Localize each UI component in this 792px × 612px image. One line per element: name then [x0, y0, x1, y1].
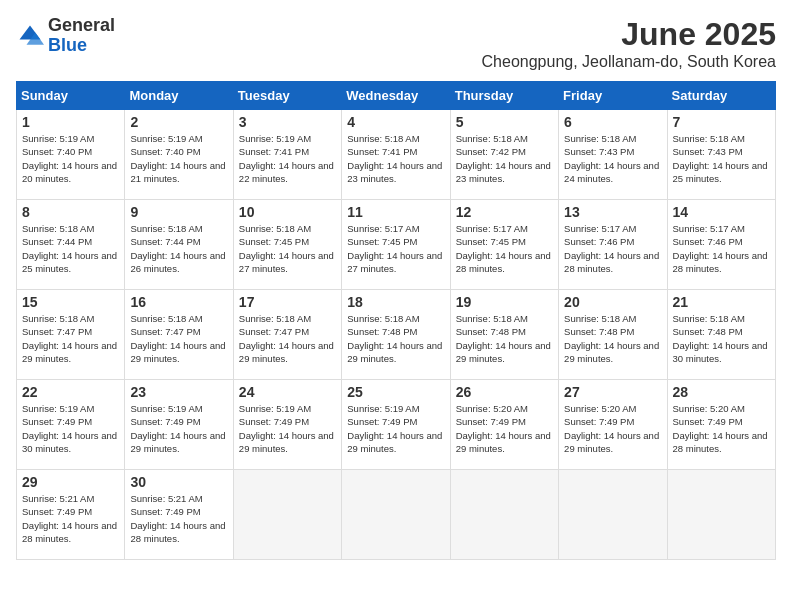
day-info: Sunrise: 5:20 AM Sunset: 7:49 PM Dayligh… — [564, 402, 661, 455]
calendar-cell: 19 Sunrise: 5:18 AM Sunset: 7:48 PM Dayl… — [450, 290, 558, 380]
calendar-cell: 22 Sunrise: 5:19 AM Sunset: 7:49 PM Dayl… — [17, 380, 125, 470]
calendar-cell — [667, 470, 775, 560]
calendar-cell — [559, 470, 667, 560]
day-number: 13 — [564, 204, 661, 220]
weekday-header-sunday: Sunday — [17, 82, 125, 110]
day-info: Sunrise: 5:20 AM Sunset: 7:49 PM Dayligh… — [456, 402, 553, 455]
day-info: Sunrise: 5:18 AM Sunset: 7:47 PM Dayligh… — [130, 312, 227, 365]
calendar-cell: 14 Sunrise: 5:17 AM Sunset: 7:46 PM Dayl… — [667, 200, 775, 290]
day-number: 10 — [239, 204, 336, 220]
day-number: 20 — [564, 294, 661, 310]
day-info: Sunrise: 5:19 AM Sunset: 7:49 PM Dayligh… — [239, 402, 336, 455]
calendar-cell: 18 Sunrise: 5:18 AM Sunset: 7:48 PM Dayl… — [342, 290, 450, 380]
day-number: 25 — [347, 384, 444, 400]
day-number: 17 — [239, 294, 336, 310]
day-number: 30 — [130, 474, 227, 490]
calendar-cell: 17 Sunrise: 5:18 AM Sunset: 7:47 PM Dayl… — [233, 290, 341, 380]
day-number: 4 — [347, 114, 444, 130]
day-info: Sunrise: 5:21 AM Sunset: 7:49 PM Dayligh… — [130, 492, 227, 545]
day-info: Sunrise: 5:18 AM Sunset: 7:42 PM Dayligh… — [456, 132, 553, 185]
calendar-cell: 30 Sunrise: 5:21 AM Sunset: 7:49 PM Dayl… — [125, 470, 233, 560]
calendar-week-row: 8 Sunrise: 5:18 AM Sunset: 7:44 PM Dayli… — [17, 200, 776, 290]
day-number: 27 — [564, 384, 661, 400]
day-number: 19 — [456, 294, 553, 310]
calendar-week-row: 1 Sunrise: 5:19 AM Sunset: 7:40 PM Dayli… — [17, 110, 776, 200]
day-number: 18 — [347, 294, 444, 310]
day-number: 5 — [456, 114, 553, 130]
logo-icon — [16, 22, 44, 50]
day-info: Sunrise: 5:19 AM Sunset: 7:40 PM Dayligh… — [22, 132, 119, 185]
calendar-cell: 11 Sunrise: 5:17 AM Sunset: 7:45 PM Dayl… — [342, 200, 450, 290]
day-number: 15 — [22, 294, 119, 310]
day-number: 26 — [456, 384, 553, 400]
day-number: 1 — [22, 114, 119, 130]
day-info: Sunrise: 5:17 AM Sunset: 7:46 PM Dayligh… — [673, 222, 770, 275]
calendar-week-row: 22 Sunrise: 5:19 AM Sunset: 7:49 PM Dayl… — [17, 380, 776, 470]
calendar-cell: 1 Sunrise: 5:19 AM Sunset: 7:40 PM Dayli… — [17, 110, 125, 200]
day-info: Sunrise: 5:17 AM Sunset: 7:45 PM Dayligh… — [456, 222, 553, 275]
day-info: Sunrise: 5:18 AM Sunset: 7:48 PM Dayligh… — [456, 312, 553, 365]
calendar-cell: 26 Sunrise: 5:20 AM Sunset: 7:49 PM Dayl… — [450, 380, 558, 470]
calendar-cell: 9 Sunrise: 5:18 AM Sunset: 7:44 PM Dayli… — [125, 200, 233, 290]
weekday-header-thursday: Thursday — [450, 82, 558, 110]
calendar-cell: 25 Sunrise: 5:19 AM Sunset: 7:49 PM Dayl… — [342, 380, 450, 470]
calendar-cell: 27 Sunrise: 5:20 AM Sunset: 7:49 PM Dayl… — [559, 380, 667, 470]
logo: General Blue — [16, 16, 115, 56]
logo-text: General Blue — [48, 16, 115, 56]
calendar-table: SundayMondayTuesdayWednesdayThursdayFrid… — [16, 81, 776, 560]
day-info: Sunrise: 5:18 AM Sunset: 7:47 PM Dayligh… — [22, 312, 119, 365]
day-number: 14 — [673, 204, 770, 220]
day-number: 24 — [239, 384, 336, 400]
day-number: 2 — [130, 114, 227, 130]
weekday-header-monday: Monday — [125, 82, 233, 110]
calendar-cell: 13 Sunrise: 5:17 AM Sunset: 7:46 PM Dayl… — [559, 200, 667, 290]
day-number: 6 — [564, 114, 661, 130]
calendar-cell: 23 Sunrise: 5:19 AM Sunset: 7:49 PM Dayl… — [125, 380, 233, 470]
day-info: Sunrise: 5:18 AM Sunset: 7:45 PM Dayligh… — [239, 222, 336, 275]
day-info: Sunrise: 5:21 AM Sunset: 7:49 PM Dayligh… — [22, 492, 119, 545]
day-info: Sunrise: 5:18 AM Sunset: 7:43 PM Dayligh… — [673, 132, 770, 185]
day-number: 3 — [239, 114, 336, 130]
calendar-cell: 16 Sunrise: 5:18 AM Sunset: 7:47 PM Dayl… — [125, 290, 233, 380]
weekday-header-friday: Friday — [559, 82, 667, 110]
calendar-cell: 29 Sunrise: 5:21 AM Sunset: 7:49 PM Dayl… — [17, 470, 125, 560]
calendar-cell: 12 Sunrise: 5:17 AM Sunset: 7:45 PM Dayl… — [450, 200, 558, 290]
day-number: 23 — [130, 384, 227, 400]
day-number: 7 — [673, 114, 770, 130]
day-info: Sunrise: 5:19 AM Sunset: 7:49 PM Dayligh… — [130, 402, 227, 455]
day-info: Sunrise: 5:17 AM Sunset: 7:45 PM Dayligh… — [347, 222, 444, 275]
day-number: 22 — [22, 384, 119, 400]
day-info: Sunrise: 5:18 AM Sunset: 7:44 PM Dayligh… — [130, 222, 227, 275]
location-title: Cheongpung, Jeollanam-do, South Korea — [482, 53, 776, 71]
weekday-header-row: SundayMondayTuesdayWednesdayThursdayFrid… — [17, 82, 776, 110]
calendar-cell: 15 Sunrise: 5:18 AM Sunset: 7:47 PM Dayl… — [17, 290, 125, 380]
day-info: Sunrise: 5:20 AM Sunset: 7:49 PM Dayligh… — [673, 402, 770, 455]
day-info: Sunrise: 5:19 AM Sunset: 7:40 PM Dayligh… — [130, 132, 227, 185]
day-number: 28 — [673, 384, 770, 400]
calendar-week-row: 15 Sunrise: 5:18 AM Sunset: 7:47 PM Dayl… — [17, 290, 776, 380]
calendar-cell — [450, 470, 558, 560]
day-info: Sunrise: 5:18 AM Sunset: 7:47 PM Dayligh… — [239, 312, 336, 365]
calendar-cell — [342, 470, 450, 560]
calendar-week-row: 29 Sunrise: 5:21 AM Sunset: 7:49 PM Dayl… — [17, 470, 776, 560]
weekday-header-tuesday: Tuesday — [233, 82, 341, 110]
day-info: Sunrise: 5:17 AM Sunset: 7:46 PM Dayligh… — [564, 222, 661, 275]
day-number: 9 — [130, 204, 227, 220]
day-info: Sunrise: 5:19 AM Sunset: 7:49 PM Dayligh… — [347, 402, 444, 455]
weekday-header-saturday: Saturday — [667, 82, 775, 110]
day-number: 21 — [673, 294, 770, 310]
day-info: Sunrise: 5:18 AM Sunset: 7:41 PM Dayligh… — [347, 132, 444, 185]
day-info: Sunrise: 5:18 AM Sunset: 7:43 PM Dayligh… — [564, 132, 661, 185]
calendar-cell: 10 Sunrise: 5:18 AM Sunset: 7:45 PM Dayl… — [233, 200, 341, 290]
day-info: Sunrise: 5:18 AM Sunset: 7:44 PM Dayligh… — [22, 222, 119, 275]
day-info: Sunrise: 5:19 AM Sunset: 7:49 PM Dayligh… — [22, 402, 119, 455]
calendar-cell: 3 Sunrise: 5:19 AM Sunset: 7:41 PM Dayli… — [233, 110, 341, 200]
day-info: Sunrise: 5:18 AM Sunset: 7:48 PM Dayligh… — [564, 312, 661, 365]
day-info: Sunrise: 5:18 AM Sunset: 7:48 PM Dayligh… — [347, 312, 444, 365]
day-number: 11 — [347, 204, 444, 220]
month-title: June 2025 — [482, 16, 776, 53]
calendar-cell — [233, 470, 341, 560]
day-info: Sunrise: 5:19 AM Sunset: 7:41 PM Dayligh… — [239, 132, 336, 185]
title-area: June 2025 Cheongpung, Jeollanam-do, Sout… — [482, 16, 776, 71]
calendar-cell: 7 Sunrise: 5:18 AM Sunset: 7:43 PM Dayli… — [667, 110, 775, 200]
